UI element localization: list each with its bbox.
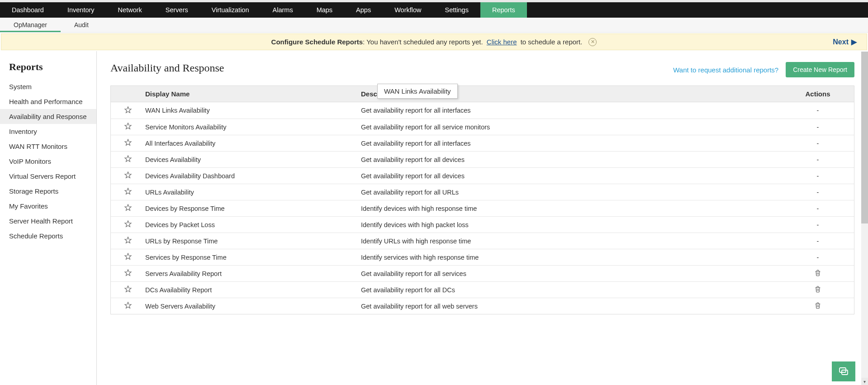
row-description: Identify devices with high response time <box>361 205 782 212</box>
table-row[interactable]: Devices AvailabilityGet availability rep… <box>111 151 854 167</box>
row-action-none: - <box>782 205 854 212</box>
sidebar-item-system[interactable]: System <box>0 79 96 94</box>
nav-item-apps[interactable]: Apps <box>344 2 383 18</box>
subnav-audit[interactable]: Audit <box>61 18 102 32</box>
sidebar-item-storage-reports[interactable]: Storage Reports <box>0 184 96 199</box>
request-reports-link[interactable]: Want to request additional reports? <box>673 66 778 74</box>
delete-icon[interactable] <box>814 303 821 310</box>
favorite-star-icon[interactable] <box>124 269 132 277</box>
sidebar-item-inventory[interactable]: Inventory <box>0 124 96 139</box>
nav-item-virtualization[interactable]: Virtualization <box>200 2 261 18</box>
sidebar-item-wan-rtt-monitors[interactable]: WAN RTT Monitors <box>0 139 96 154</box>
row-display-name[interactable]: Devices by Response Time <box>145 205 361 212</box>
table-row[interactable]: DCs Availability ReportGet availability … <box>111 281 854 298</box>
reports-table: Display Name Description Actions WAN Lin… <box>110 86 854 314</box>
row-description: Get availability report for all devices <box>361 172 782 180</box>
table-row[interactable]: Devices by Response TimeIdentify devices… <box>111 200 854 216</box>
table-row[interactable]: Service Monitors AvailabilityGet availab… <box>111 119 854 135</box>
sidebar-item-availability-and-response[interactable]: Availability and Response <box>0 109 96 124</box>
row-display-name[interactable]: Devices Availability <box>145 156 361 163</box>
banner-msg-b: to schedule a report. <box>519 38 583 46</box>
banner-next-button[interactable]: Next ▶ <box>833 38 857 46</box>
sidebar-heading: Reports <box>0 61 96 79</box>
favorite-star-icon[interactable] <box>124 252 132 261</box>
col-header-display-name[interactable]: Display Name <box>145 90 361 98</box>
nav-item-inventory[interactable]: Inventory <box>56 2 106 18</box>
table-row[interactable]: Devices by Packet LossIdentify devices w… <box>111 216 854 233</box>
table-row[interactable]: WAN Links AvailabilityGet availability r… <box>111 102 854 119</box>
row-display-name[interactable]: URLs Availability <box>145 189 361 196</box>
favorite-star-icon[interactable] <box>124 236 132 244</box>
favorite-star-icon[interactable] <box>124 138 132 147</box>
favorite-star-icon[interactable] <box>124 122 132 130</box>
sidebar-item-my-favorites[interactable]: My Favorites <box>0 199 96 214</box>
table-row[interactable]: URLs by Response TimeIdentify URLs with … <box>111 233 854 249</box>
table-row[interactable]: Services by Response TimeIdentify servic… <box>111 249 854 265</box>
favorite-star-icon[interactable] <box>124 220 132 228</box>
row-display-name[interactable]: Servers Availability Report <box>145 270 361 277</box>
row-display-name[interactable]: Devices by Packet Loss <box>145 221 361 228</box>
favorite-star-icon[interactable] <box>124 106 132 114</box>
sidebar-item-health-and-performance[interactable]: Health and Performance <box>0 94 96 109</box>
row-description: Get availability report for all interfac… <box>361 140 782 147</box>
create-new-report-button[interactable]: Create New Report <box>786 62 854 77</box>
nav-item-reports[interactable]: Reports <box>480 2 527 18</box>
sidebar-item-server-health-report[interactable]: Server Health Report <box>0 214 96 228</box>
favorite-star-icon[interactable] <box>124 301 132 309</box>
row-description: Get availability report for all devices <box>361 156 782 163</box>
row-action-none: - <box>782 254 854 261</box>
delete-icon[interactable] <box>814 287 821 294</box>
row-action-none: - <box>782 107 854 114</box>
nav-item-workflow[interactable]: Workflow <box>383 2 433 18</box>
page-title: Availability and Response <box>110 62 224 74</box>
nav-item-dashboard[interactable]: Dashboard <box>0 2 56 18</box>
table-row[interactable]: All Interfaces AvailabilityGet availabil… <box>111 135 854 151</box>
favorite-star-icon[interactable] <box>124 171 132 179</box>
row-display-name[interactable]: WAN Links Availability <box>145 107 361 114</box>
favorite-star-icon[interactable] <box>124 204 132 212</box>
banner-close-icon[interactable]: ✕ <box>588 38 597 46</box>
nav-item-maps[interactable]: Maps <box>305 2 344 18</box>
banner-click-here-link[interactable]: Click here <box>487 38 517 46</box>
subnav-opmanager[interactable]: OpManager <box>0 18 61 32</box>
table-row[interactable]: Servers Availability ReportGet availabil… <box>111 265 854 281</box>
sidebar-item-virtual-servers-report[interactable]: Virtual Servers Report <box>0 169 96 184</box>
favorite-star-icon[interactable] <box>124 187 132 195</box>
row-description: Identify services with high response tim… <box>361 254 782 261</box>
scrollbar-thumb[interactable] <box>861 52 868 223</box>
main-header: Availability and Response Want to reques… <box>110 62 854 77</box>
row-display-name[interactable]: Devices Availability Dashboard <box>145 172 361 180</box>
svg-marker-10 <box>125 270 131 276</box>
svg-marker-1 <box>125 123 131 129</box>
table-row[interactable]: Devices Availability DashboardGet availa… <box>111 167 854 184</box>
table-row[interactable]: Web Servers AvailabilityGet availability… <box>111 298 854 314</box>
row-display-name[interactable]: Services by Response Time <box>145 254 361 261</box>
row-display-name[interactable]: DCs Availability Report <box>145 286 361 294</box>
row-action-none: - <box>782 172 854 180</box>
main-panel: Availability and Response Want to reques… <box>97 51 868 385</box>
row-display-name[interactable]: URLs by Response Time <box>145 238 361 245</box>
delete-icon[interactable] <box>814 271 821 278</box>
vertical-scrollbar[interactable]: ▾ <box>861 52 868 385</box>
scroll-arrow-down-icon[interactable]: ▾ <box>861 378 868 385</box>
row-action-none: - <box>782 238 854 245</box>
sidebar-item-voip-monitors[interactable]: VoIP Monitors <box>0 154 96 169</box>
row-display-name[interactable]: Web Servers Availability <box>145 303 361 310</box>
nav-item-network[interactable]: Network <box>106 2 154 18</box>
nav-item-alarms[interactable]: Alarms <box>261 2 305 18</box>
chat-fab-button[interactable] <box>832 361 855 381</box>
svg-marker-0 <box>125 107 131 113</box>
favorite-star-icon[interactable] <box>124 155 132 163</box>
sidebar-item-schedule-reports[interactable]: Schedule Reports <box>0 228 96 243</box>
row-description: Identify URLs with high response time <box>361 238 782 245</box>
table-row[interactable]: URLs AvailabilityGet availability report… <box>111 184 854 200</box>
row-display-name[interactable]: Service Monitors Availability <box>145 124 361 131</box>
nav-item-settings[interactable]: Settings <box>433 2 480 18</box>
row-description: Identify devices with high packet loss <box>361 221 782 228</box>
primary-nav: DashboardInventoryNetworkServersVirtuali… <box>0 2 868 18</box>
favorite-star-icon[interactable] <box>124 285 132 293</box>
col-header-actions[interactable]: Actions <box>782 90 854 98</box>
svg-marker-11 <box>125 286 131 292</box>
row-display-name[interactable]: All Interfaces Availability <box>145 140 361 147</box>
nav-item-servers[interactable]: Servers <box>154 2 200 18</box>
